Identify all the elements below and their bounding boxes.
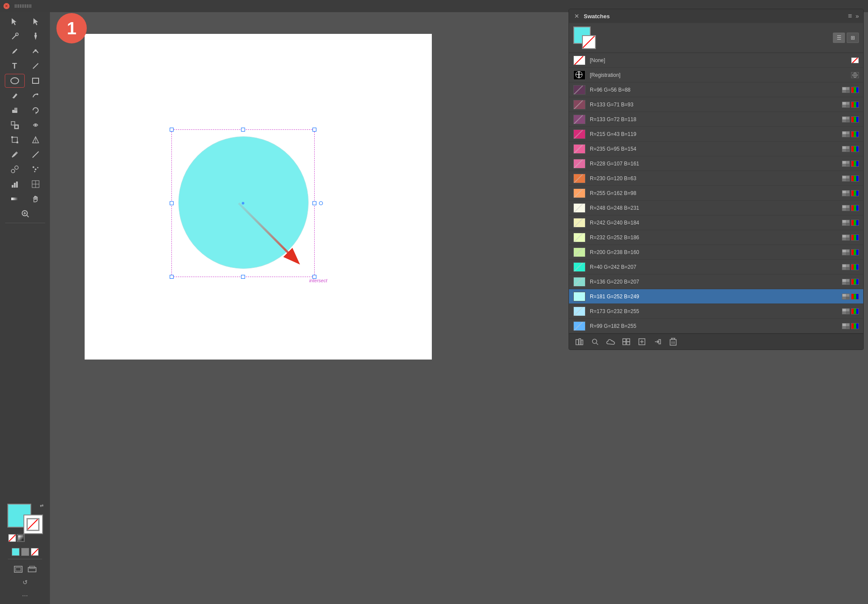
zoom-tool[interactable]: [15, 207, 35, 221]
cloud-btn[interactable]: [605, 337, 617, 347]
swatch-item[interactable]: R=228 G=107 B=161: [569, 156, 863, 171]
swatch-item[interactable]: [Registration]: [569, 68, 863, 83]
swatch-icons: [842, 308, 859, 314]
smooth-tool[interactable]: [26, 89, 46, 102]
swatch-item[interactable]: R=232 G=252 B=186: [569, 230, 863, 245]
svg-rect-61: [659, 340, 661, 344]
panel-menu-btn[interactable]: ≡: [848, 12, 852, 20]
none-fill-btn[interactable]: [8, 534, 16, 542]
handle-bottom-right[interactable]: [312, 275, 316, 279]
artboard-btn[interactable]: [12, 564, 24, 574]
swatch-item[interactable]: R=242 G=240 B=184: [569, 215, 863, 230]
handle-top-center[interactable]: [241, 128, 245, 132]
cyan-swatch-small[interactable]: [12, 548, 20, 556]
rotate-tool[interactable]: [26, 103, 46, 117]
blend-tool[interactable]: [5, 162, 25, 176]
handle-bottom-left[interactable]: [170, 275, 174, 279]
swatch-color-box: [573, 248, 585, 257]
pen-tool[interactable]: [26, 30, 46, 43]
direct-select-tool[interactable]: [5, 15, 25, 29]
paintbrush-tool[interactable]: [5, 44, 25, 58]
panel-close-btn[interactable]: ✕: [573, 13, 580, 20]
svg-point-23: [11, 169, 15, 173]
panel-stroke-preview[interactable]: [582, 35, 596, 49]
swatch-item[interactable]: R=40 G=242 B=207: [569, 260, 863, 274]
panel-collapse-btn[interactable]: »: [855, 13, 859, 20]
handle-rotate[interactable]: [319, 201, 323, 205]
grid-view-btn[interactable]: ⊞: [847, 33, 859, 43]
swatch-name: R=99 G=182 B=255: [590, 323, 838, 329]
swatch-name: R=200 G=238 B=160: [590, 249, 838, 255]
reshape-tool[interactable]: [26, 44, 46, 58]
handle-bottom-center[interactable]: [241, 275, 245, 279]
pencil-tool[interactable]: [5, 89, 25, 102]
swatch-color-box: [573, 262, 585, 272]
swatch-list: [None][Registration]R=96 G=56 B=88R=133 …: [569, 53, 863, 333]
swatch-item[interactable]: R=133 G=71 B=93: [569, 97, 863, 112]
svg-point-24: [15, 166, 18, 169]
swatch-item[interactable]: R=173 G=232 B=255: [569, 304, 863, 319]
mesh-tool[interactable]: [26, 177, 46, 191]
swatch-item[interactable]: R=248 G=248 B=231: [569, 201, 863, 215]
gradient-tool[interactable]: [5, 192, 25, 206]
delete-swatch-btn[interactable]: [667, 337, 679, 347]
swatch-item[interactable]: R=96 G=56 B=88: [569, 83, 863, 97]
magic-wand-tool[interactable]: [5, 30, 25, 43]
close-window-btn[interactable]: ✕: [3, 3, 10, 9]
more-tools-btn[interactable]: ...: [20, 588, 30, 600]
swatch-item[interactable]: R=99 G=182 B=255: [569, 319, 863, 333]
hand-tool[interactable]: [26, 192, 46, 206]
layer-comp-btn[interactable]: [26, 564, 38, 574]
swatch-icons: [842, 190, 859, 196]
rectangle-tool[interactable]: [26, 74, 46, 88]
swatch-color-box: [573, 70, 585, 80]
line-tool[interactable]: [26, 59, 46, 73]
warp-tool[interactable]: [26, 118, 46, 132]
swatch-item[interactable]: [None]: [569, 53, 863, 68]
swap-colors-icon[interactable]: ⇄: [39, 503, 44, 508]
svg-rect-6: [33, 78, 39, 83]
swatch-item[interactable]: R=235 G=95 B=154: [569, 142, 863, 156]
swatch-item[interactable]: R=230 G=120 B=63: [569, 171, 863, 186]
find-btn[interactable]: [589, 337, 601, 347]
new-swatch-btn[interactable]: [636, 337, 648, 347]
swatch-item[interactable]: R=181 G=252 B=249: [569, 289, 863, 304]
move-to-swatch-btn[interactable]: [651, 337, 664, 347]
panel-footer: [569, 333, 863, 350]
handle-top-right[interactable]: [312, 128, 316, 132]
new-color-group-btn[interactable]: [620, 337, 632, 347]
eraser-tool[interactable]: [5, 103, 25, 117]
swatch-item[interactable]: R=215 G=43 B=119: [569, 127, 863, 142]
swatch-item[interactable]: R=133 G=72 B=118: [569, 112, 863, 127]
color-area: ⇄: [0, 502, 50, 601]
swatch-item[interactable]: R=255 G=162 B=98: [569, 186, 863, 201]
swatch-name: R=230 G=120 B=63: [590, 175, 838, 182]
handle-top-left[interactable]: [170, 128, 174, 132]
swatch-item[interactable]: R=136 G=220 B=207: [569, 274, 863, 289]
bar-graph-tool[interactable]: [5, 177, 25, 191]
free-transform-tool[interactable]: [5, 133, 25, 147]
swatch-item[interactable]: R=200 G=238 B=160: [569, 245, 863, 260]
type-tool[interactable]: T: [5, 59, 25, 73]
selected-object[interactable]: intersect: [171, 129, 315, 277]
eyedropper-tool[interactable]: [5, 148, 25, 162]
select-tool[interactable]: [26, 15, 46, 29]
library-btn[interactable]: [573, 337, 585, 347]
scatter-brush-tool[interactable]: [26, 162, 46, 176]
swatch-name: R=136 G=220 B=207: [590, 279, 838, 285]
stroke-swatch[interactable]: [23, 515, 43, 534]
perspective-tool[interactable]: [26, 133, 46, 147]
none-swatch-small[interactable]: [31, 548, 39, 556]
gray-swatch-small[interactable]: [21, 548, 29, 556]
handle-mid-right[interactable]: [312, 201, 316, 205]
swatch-name: R=40 G=242 B=207: [590, 264, 838, 270]
color-btn[interactable]: [17, 534, 25, 542]
svg-rect-31: [16, 182, 18, 188]
measure-tool[interactable]: [26, 148, 46, 162]
handle-mid-left[interactable]: [170, 201, 174, 205]
list-view-btn[interactable]: ☰: [833, 33, 845, 43]
undo-btn[interactable]: ↺: [21, 578, 30, 587]
ellipse-tool[interactable]: [5, 74, 25, 88]
scale-tool[interactable]: [5, 118, 25, 132]
swatch-name: R=173 G=232 B=255: [590, 308, 838, 314]
